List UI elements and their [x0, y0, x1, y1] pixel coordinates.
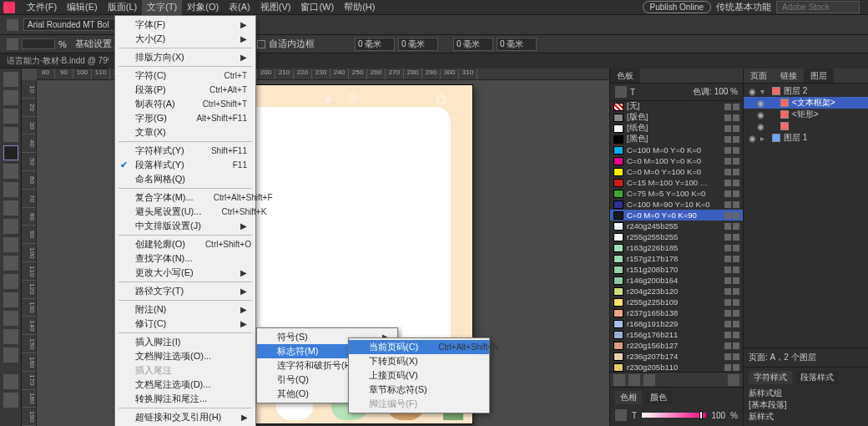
visibility-toggle-icon[interactable]: ◉	[755, 122, 765, 131]
rectangle-tool-icon[interactable]	[3, 237, 18, 252]
style-item[interactable]: 新样式组	[749, 388, 863, 399]
swatch-row[interactable]: r157g217b178	[610, 253, 743, 264]
font-family-dropdown[interactable]: Arial Rounded MT Bol	[23, 18, 115, 31]
h-field[interactable]: 0 毫米	[497, 38, 537, 51]
layer-row[interactable]: ◉<矩形>	[744, 109, 868, 120]
target-icon[interactable]	[858, 88, 865, 94]
menu-item[interactable]: 转换脚注和尾注...	[115, 392, 255, 406]
target-icon[interactable]	[858, 134, 865, 141]
menu-item[interactable]: 更改大小写(E)▶	[115, 266, 255, 280]
menu-item[interactable]: 避头尾设置(U)...Ctrl+Shift+K	[115, 205, 255, 219]
swatch-row[interactable]: C=0 M=0 Y=100 K=0	[610, 166, 743, 177]
char-icon[interactable]	[7, 19, 18, 31]
menu-item[interactable]: 当前页码(C)Ctrl+Alt+Shift+N	[349, 340, 489, 354]
swatch-row[interactable]: C=100 M=0 Y=0 K=0	[610, 145, 743, 155]
target-icon[interactable]	[858, 99, 865, 106]
stock-search-input[interactable]	[776, 1, 860, 13]
swap-icon[interactable]	[7, 38, 18, 50]
disclosure-icon[interactable]: ▸	[760, 134, 769, 143]
menu-item[interactable]: 路径文字(T)▶	[115, 284, 255, 298]
delete-swatch-icon[interactable]	[728, 374, 739, 386]
swatch-row[interactable]: C=75 M=5 Y=100 K=0	[610, 188, 743, 199]
visibility-toggle-icon[interactable]: ◉	[755, 99, 765, 108]
publish-online-button[interactable]: Publish Online	[643, 1, 711, 13]
menu-item[interactable]: 字符(C)Ctrl+T	[115, 68, 255, 83]
menu-item[interactable]: 命名网格(Q)	[115, 172, 255, 186]
swatch-row[interactable]: [版色]	[610, 112, 743, 123]
swatch-row[interactable]: r156g176b211	[610, 329, 743, 340]
menu-item[interactable]: 排版方向(X)▶	[115, 50, 255, 64]
menu-table[interactable]: 表(A)	[224, 0, 255, 15]
menu-item[interactable]: 章节标志符(S)	[349, 383, 489, 397]
swatch-row[interactable]: r255g225b109	[610, 297, 743, 307]
menu-item[interactable]: 上接页码(V)	[349, 368, 489, 383]
target-icon[interactable]	[858, 111, 865, 118]
menu-item[interactable]: 超链接和交叉引用(H)▶	[115, 410, 255, 424]
menu-item[interactable]: 中文排版设置(J)▶	[115, 219, 255, 233]
visibility-toggle-icon[interactable]: ◉	[747, 87, 757, 96]
fill-stroke-icon[interactable]	[3, 374, 18, 389]
autofit-checkbox[interactable]	[257, 40, 265, 48]
gradient-tool-icon[interactable]	[3, 292, 18, 307]
swatch-row[interactable]: r236g207b174	[610, 351, 743, 362]
menu-item[interactable]: 插入脚注(I)	[115, 335, 255, 349]
selection-tool-icon[interactable]	[3, 72, 18, 87]
visibility-toggle-icon[interactable]: ◉	[755, 110, 765, 119]
menu-item[interactable]: 字形(G)Alt+Shift+F11	[115, 111, 255, 125]
gap-tool-icon[interactable]	[3, 127, 18, 142]
menu-item[interactable]: 文章(X)	[115, 125, 255, 139]
tab-pages[interactable]: 页面	[744, 68, 774, 83]
scissors-tool-icon[interactable]	[3, 256, 18, 271]
menu-item[interactable]: 复合字体(M)...Ctrl+Alt+Shift+F	[115, 190, 255, 205]
menu-layout[interactable]: 版面(L)	[103, 0, 142, 15]
view-mode-icon[interactable]	[3, 393, 18, 408]
zoom-tool-icon[interactable]	[3, 347, 18, 363]
swatch-list[interactable]: [无][版色][纸色][黑色]C=100 M=0 Y=0 K=0C=0 M=10…	[610, 100, 743, 372]
menu-item[interactable]: 段落(P)Ctrl+Alt+T	[115, 83, 255, 97]
visibility-toggle-icon[interactable]: ◉	[747, 134, 757, 143]
swatch-row[interactable]: r237g165b138	[610, 307, 743, 318]
layer-row[interactable]: ◉▾图层 2	[744, 85, 868, 97]
tab-swatches[interactable]: 色板	[610, 68, 640, 83]
swatch-row[interactable]: [无]	[610, 101, 743, 112]
swatch-row[interactable]: r204g223b120	[610, 286, 743, 297]
x-field[interactable]: 0 毫米	[355, 38, 395, 51]
menu-edit[interactable]: 编辑(E)	[62, 0, 103, 15]
swatch-row[interactable]: C=100 M=90 Y=10 K=0	[610, 199, 743, 210]
tint-slider-value[interactable]: 100	[711, 411, 725, 420]
tab-color[interactable]: 颜色	[645, 391, 672, 404]
layer-list[interactable]: ◉▾图层 2◉<文本框架>◉<矩形>◉◉▸图层 1	[744, 84, 868, 347]
free-transform-tool-icon[interactable]	[3, 274, 18, 289]
hand-tool-icon[interactable]	[3, 329, 18, 344]
menu-type[interactable]: 文字(T)	[142, 0, 182, 15]
layer-row[interactable]: ◉	[744, 120, 868, 132]
type-tool-icon[interactable]	[3, 145, 18, 160]
menu-item[interactable]: 文档尾注选项(D)...	[115, 378, 255, 392]
menu-file[interactable]: 文件(F)	[22, 0, 62, 15]
y-field[interactable]: 0 毫米	[398, 38, 438, 51]
disclosure-icon[interactable]: ▾	[760, 87, 769, 96]
menu-object[interactable]: 对象(O)	[182, 0, 224, 15]
menu-item[interactable]: 下转页码(X)	[349, 354, 489, 368]
swatch-row[interactable]: r255g255b255	[610, 231, 743, 242]
menu-item[interactable]: 创建轮廓(O)Ctrl+Shift+O	[115, 237, 255, 251]
menu-item[interactable]: 字体(F)▶	[115, 18, 255, 32]
menu-item[interactable]: ✔段落样式(Y)F11	[115, 158, 255, 172]
swatch-row[interactable]: r168g191b229	[610, 318, 743, 329]
page-tool-icon[interactable]	[3, 109, 18, 124]
swatch-row[interactable]: C=15 M=100 Y=100 K=0	[610, 177, 743, 188]
swatch-row[interactable]: r146g200b164	[610, 275, 743, 286]
menu-item[interactable]: 修订(C)▶	[115, 317, 255, 331]
new-swatch-icon[interactable]	[628, 374, 640, 386]
w-field[interactable]: 0 毫米	[453, 38, 493, 51]
swatch-search-icon[interactable]	[613, 374, 625, 386]
menu-view[interactable]: 视图(V)	[255, 0, 296, 15]
pen-tool-icon[interactable]	[3, 182, 18, 197]
menu-window[interactable]: 窗口(W)	[295, 0, 339, 15]
swatch-row[interactable]: r220g156b127	[610, 340, 743, 351]
tab-hue[interactable]: 色相	[615, 391, 642, 404]
direct-selection-tool-icon[interactable]	[3, 90, 18, 105]
pencil-tool-icon[interactable]	[3, 200, 18, 216]
mode-label[interactable]: 基础设置	[75, 38, 112, 50]
rectangle-frame-tool-icon[interactable]	[3, 219, 18, 234]
